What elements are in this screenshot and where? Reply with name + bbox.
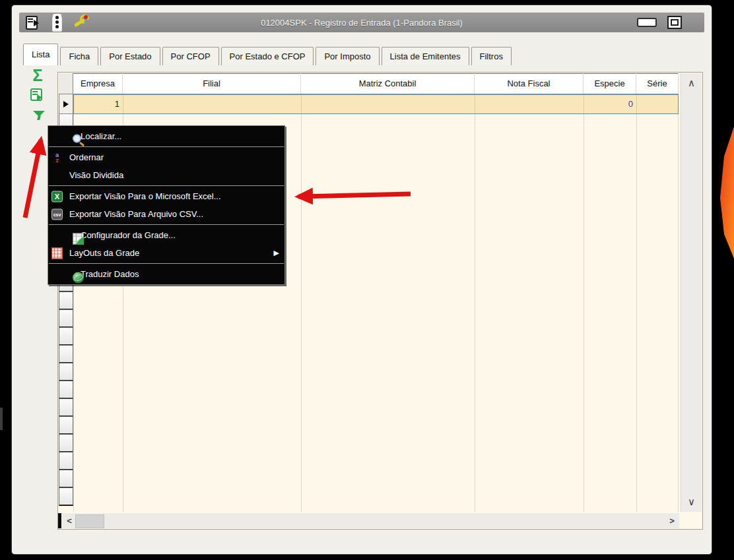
column-header-filial[interactable]: Filial	[123, 73, 301, 94]
menu-item-label: Exportar Visão Para Arquivo CSV...	[69, 209, 203, 219]
column-header-serie[interactable]: Série	[636, 73, 679, 94]
side-toolbar: Σ	[23, 67, 52, 122]
globe-icon	[73, 272, 84, 283]
tab-por-imposto[interactable]: Por Imposto	[316, 47, 379, 65]
csv-icon: csv	[51, 208, 63, 220]
excel-icon: X	[51, 191, 63, 202]
menu-item-exportar-excel[interactable]: X Exportar Visão Para o Microsoft Excel.…	[48, 187, 284, 205]
row-selector-cell[interactable]	[59, 416, 73, 435]
exit-icon[interactable]	[23, 13, 43, 32]
screen: { "titlebar": { "title": "012004SPK - Re…	[0, 0, 734, 560]
minimize-button[interactable]	[637, 18, 657, 27]
vertical-scrollbar[interactable]: ∧ ∨	[681, 73, 702, 512]
row-selector-cell[interactable]	[59, 381, 73, 399]
row-selector-cell[interactable]	[59, 309, 73, 328]
tab-por-estado-e-cfop[interactable]: Por Estado e CFOP	[221, 47, 314, 65]
edge-artifact	[0, 408, 3, 430]
menu-item-exportar-csv[interactable]: csv Exportar Visão Para Arquivo CSV...	[48, 205, 284, 223]
restore-button[interactable]	[667, 16, 682, 29]
context-menu: Localizar... a z Ordernar Visão Dividida…	[48, 125, 285, 285]
menu-item-label: Visão Dividida	[69, 170, 123, 180]
export-view-icon[interactable]	[29, 88, 46, 105]
menu-item-label: Localizar...	[81, 131, 121, 141]
cell-especie: 0	[584, 95, 637, 113]
table-layouts-icon	[51, 247, 63, 259]
tab-filtros[interactable]: Filtros	[471, 47, 512, 65]
row-selector-cell[interactable]	[59, 452, 73, 470]
current-row-marker-icon	[63, 101, 72, 108]
row-selector-cell[interactable]	[59, 434, 73, 452]
tab-ficha[interactable]: Ficha	[60, 47, 98, 65]
tab-por-cfop[interactable]: Por CFOP	[162, 47, 219, 65]
menu-separator	[49, 224, 284, 225]
window-title: 012004SPK - Registro de Entrada (1-Pando…	[19, 18, 704, 28]
menu-item-configurador-grade[interactable]: Configurador da Grade...	[48, 226, 284, 244]
grid-corner-cell	[59, 73, 73, 94]
tab-por-estado[interactable]: Por Estado	[100, 47, 160, 65]
menu-item-ordernar[interactable]: a z Ordernar	[48, 148, 284, 166]
row-selector-cell[interactable]	[59, 487, 73, 506]
row-selector-cell[interactable]	[59, 345, 73, 363]
hscroll-end-mark	[58, 513, 61, 528]
menu-item-label: LayOuts da Grade	[69, 248, 139, 258]
scroll-left-icon[interactable]: <	[63, 513, 75, 528]
menu-separator	[49, 263, 284, 264]
menu-item-visao-dividida[interactable]: Visão Dividida	[48, 166, 284, 184]
row-selector-cell[interactable]	[59, 363, 73, 381]
tab-lista-de-emitentes[interactable]: Lista de Emitentes	[382, 47, 469, 65]
row-selector-cell[interactable]	[59, 398, 73, 417]
titlebar: 012004SPK - Registro de Entrada (1-Pando…	[19, 13, 704, 32]
traffic-light-icon[interactable]	[47, 13, 67, 32]
titlebar-icons	[19, 13, 90, 32]
menu-item-label: Ordernar	[69, 152, 104, 162]
sigma-icon[interactable]: Σ	[23, 67, 52, 84]
menu-separator	[49, 146, 284, 147]
filter-icon[interactable]	[32, 110, 47, 122]
horizontal-scrollbar[interactable]: < >	[62, 513, 679, 528]
menu-item-label: Traduzir Dados	[81, 269, 139, 279]
gridline	[636, 94, 637, 512]
window-controls	[637, 13, 682, 32]
sort-letter-z: z	[55, 158, 59, 163]
magnifier-icon	[73, 134, 84, 145]
menu-item-traduzir-dados[interactable]: Traduzir Dados	[48, 265, 284, 283]
menu-item-localizar[interactable]: Localizar...	[48, 127, 284, 145]
row-selector-cell[interactable]	[59, 470, 73, 488]
tab-lista[interactable]: Lista	[23, 44, 58, 65]
sort-az-icon: a z	[51, 152, 63, 163]
cell-empresa: 1	[74, 95, 123, 113]
gridline	[301, 94, 302, 512]
column-header-empresa[interactable]: Empresa	[73, 73, 123, 94]
scroll-up-icon[interactable]: ∧	[681, 75, 702, 92]
gridline	[475, 94, 475, 512]
tab-strip: Lista Ficha Por Estado Por CFOP Por Esta…	[23, 39, 514, 65]
menu-item-label: Exportar Visão Para o Microsoft Excel...	[69, 191, 221, 201]
row-selector-cell[interactable]	[59, 292, 73, 310]
row-selector-current[interactable]	[59, 94, 73, 114]
row-selector-cell[interactable]	[59, 327, 73, 346]
gridline	[678, 94, 679, 512]
menu-separator	[49, 185, 284, 186]
column-header-matriz-contabil[interactable]: Matriz Contabil	[301, 73, 475, 94]
submenu-arrow-icon: ▶	[274, 249, 279, 257]
scroll-down-icon[interactable]: ∨	[681, 493, 702, 511]
table-row[interactable]: 1 0	[73, 94, 679, 114]
scroll-right-icon[interactable]: >	[666, 513, 678, 528]
gridline	[584, 94, 584, 512]
wrench-icon[interactable]	[71, 13, 90, 32]
grid-config-icon	[73, 233, 84, 244]
column-header-nota-fiscal[interactable]: Nota Fiscal	[475, 73, 584, 94]
menu-item-layouts-grade[interactable]: LayOuts da Grade ▶	[48, 244, 284, 262]
column-header-especie[interactable]: Especie	[584, 73, 636, 94]
menu-item-label: Configurador da Grade...	[81, 230, 176, 240]
scrollbar-thumb[interactable]	[75, 514, 104, 528]
